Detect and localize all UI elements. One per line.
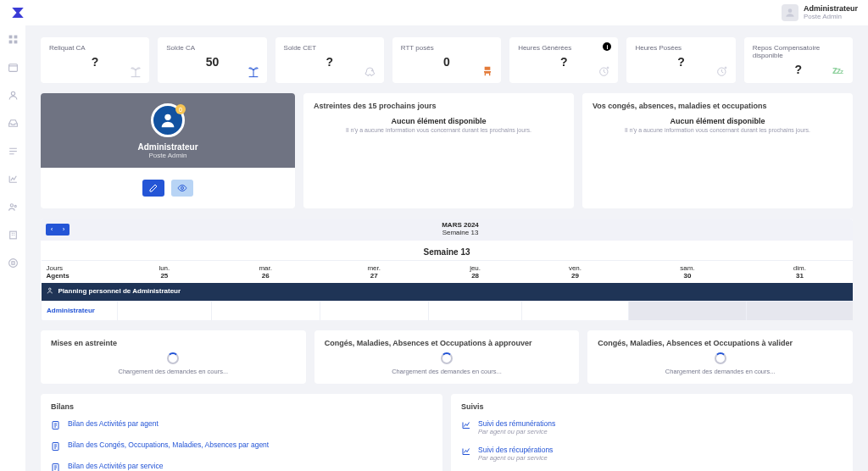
avatar-badge: 0 — [175, 104, 186, 114]
svg-point-8 — [14, 205, 16, 207]
tracking-link[interactable]: Suivi des rémunérationsPar agent ou par … — [461, 419, 843, 435]
spinner-icon — [441, 352, 453, 364]
profile-card: 0 Administrateur Poste Admin — [41, 93, 295, 208]
loading-panel: Mises en astreinte Chargement des demand… — [41, 330, 306, 384]
zzz-icon: zzz — [832, 64, 846, 78]
nav-user-icon[interactable] — [8, 90, 19, 101]
report-icon — [51, 420, 61, 430]
app-logo — [10, 5, 25, 20]
info-icon[interactable]: i — [603, 42, 611, 51]
svg-point-10 — [8, 259, 17, 268]
loading-panel: Congés, Maladies, Absences et Occupation… — [587, 330, 853, 384]
kpi-value: ? — [753, 63, 844, 76]
bilans-panel: Bilans Bilan des Activités par agentBila… — [41, 394, 442, 471]
kpi-card: Heures Posées ? — [626, 37, 735, 83]
day-header: mer.27 — [320, 260, 428, 283]
panel-title: Mises en astreinte — [51, 339, 296, 347]
clock-plus-icon — [715, 64, 729, 78]
report-link[interactable]: Bilan des Activités par service — [51, 462, 432, 471]
report-link[interactable]: Bilan des Activités par agent — [51, 419, 432, 430]
nav-calendar-icon[interactable] — [8, 62, 19, 73]
avatar-icon — [782, 4, 798, 21]
panel-title: Congés, Maladies, Absences et Occupation… — [598, 339, 843, 347]
svg-rect-4 — [14, 41, 17, 44]
kpi-value: 0 — [401, 55, 492, 69]
report-link[interactable]: Bilan des Congés, Occupations, Maladies,… — [51, 441, 432, 452]
svg-point-7 — [10, 204, 13, 207]
palm-icon — [129, 64, 142, 78]
kpi-value: 50 — [166, 55, 258, 69]
day-cell[interactable] — [747, 302, 853, 320]
prev-week-button[interactable]: ‹ — [46, 224, 58, 236]
svg-point-15 — [181, 187, 184, 190]
chart-icon — [461, 446, 471, 457]
avatar-large-icon: 0 — [151, 103, 185, 137]
kpi-label: Heures Générées — [518, 44, 609, 52]
svg-rect-1 — [8, 36, 12, 39]
nav-building-icon[interactable] — [8, 230, 19, 241]
kpi-label: RTT posés — [401, 44, 492, 52]
nav-more-icon[interactable] — [8, 258, 19, 269]
clock-plus-icon — [598, 64, 611, 78]
day-cell[interactable] — [211, 302, 320, 320]
sidebar — [0, 25, 25, 471]
panel-title: Suivis — [461, 402, 843, 411]
kpi-card: RTT posés 0 — [392, 37, 501, 83]
kpi-label: Repos Compensatoire disponible — [753, 44, 844, 59]
svg-point-11 — [371, 70, 372, 71]
nav-users-icon[interactable] — [8, 202, 19, 213]
agent-name-cell: Administrateur — [42, 302, 118, 320]
nav-list-icon[interactable] — [8, 146, 19, 157]
report-icon — [51, 463, 61, 471]
kpi-value: ? — [49, 55, 141, 69]
day-cell[interactable] — [118, 302, 212, 320]
kpi-card: Repos Compensatoire disponible ? zzz — [744, 37, 853, 83]
nav-inbox-icon[interactable] — [8, 118, 19, 129]
empty-title: Aucun élément disponible — [314, 117, 564, 125]
svg-rect-5 — [8, 64, 17, 72]
day-cell[interactable] — [320, 302, 428, 320]
loading-text: Chargement des demandes en cours... — [325, 368, 570, 375]
day-header: lun.25 — [118, 260, 212, 283]
svg-point-6 — [11, 91, 14, 95]
empty-sub: Il n'y a aucune information vous concern… — [593, 127, 843, 133]
user-menu[interactable]: Administrateur Poste Admin — [782, 4, 858, 21]
top-header: Administrateur Poste Admin — [0, 0, 868, 25]
day-cell[interactable] — [628, 302, 747, 320]
spinner-icon — [715, 352, 726, 364]
kpi-label: Heures Posées — [635, 44, 726, 52]
day-cell[interactable] — [522, 302, 628, 320]
day-header: mar.26 — [211, 260, 320, 283]
day-header: sam.30 — [628, 260, 747, 283]
kpi-label: Solde CA — [166, 44, 258, 52]
day-cell[interactable] — [428, 302, 522, 320]
kpi-value: ? — [518, 55, 609, 69]
panel-title: Vos congés, absences, maladies et occupa… — [593, 102, 843, 110]
nav-chart-icon[interactable] — [8, 174, 19, 185]
svg-rect-3 — [8, 41, 12, 44]
next-week-button[interactable]: › — [58, 224, 70, 236]
calendar-week-title: Semaine 13 — [41, 241, 853, 260]
chair-icon — [481, 64, 494, 78]
svg-rect-9 — [9, 231, 16, 239]
empty-title: Aucun élément disponible — [593, 117, 843, 125]
profile-role: Poste Admin — [149, 152, 187, 159]
tracking-link[interactable]: Suivi des récupérationsPar agent ou par … — [461, 446, 843, 462]
nav-dashboard-icon[interactable] — [8, 34, 19, 45]
panel-title: Astreintes des 15 prochains jours — [314, 102, 564, 110]
calendar-section-label: Planning personnel de Administrateur — [42, 283, 854, 302]
report-icon — [51, 441, 61, 452]
astreintes-panel: Astreintes des 15 prochains jours Aucun … — [303, 93, 574, 208]
panel-title: Congés, Maladies, Absences et Occupation… — [325, 339, 570, 347]
kpi-value: ? — [635, 55, 726, 69]
suivis-panel: Suivis Suivi des rémunérationsPar agent … — [451, 394, 853, 471]
edit-button[interactable] — [142, 180, 164, 197]
loading-panel: Congés, Maladies, Absences et Occupation… — [314, 330, 580, 384]
svg-point-0 — [788, 8, 793, 13]
conges-panel: Vos congés, absences, maladies et occupa… — [582, 93, 853, 208]
spinner-icon — [167, 352, 179, 364]
svg-point-16 — [48, 288, 51, 291]
svg-point-14 — [164, 114, 170, 120]
agents-header: JoursAgents — [42, 260, 118, 283]
view-button[interactable] — [171, 180, 193, 197]
